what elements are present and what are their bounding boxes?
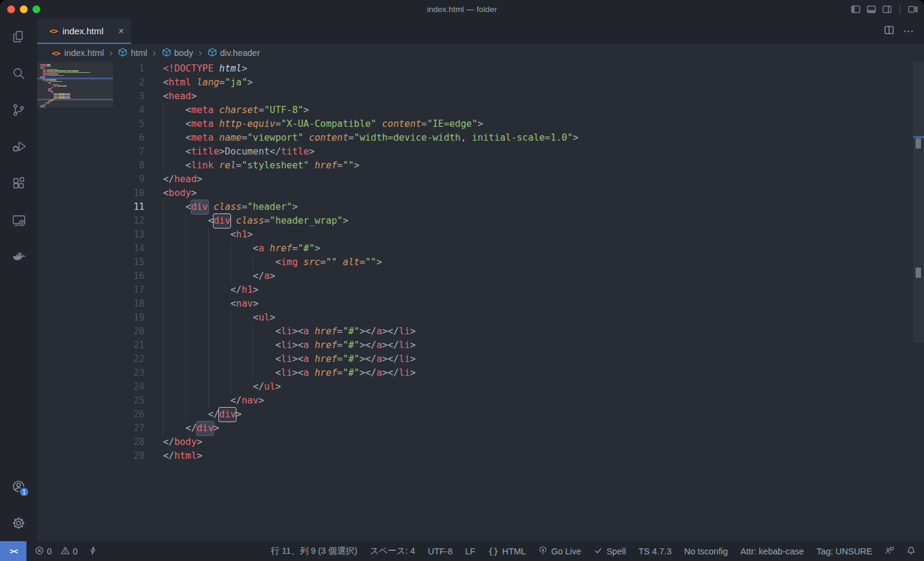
token: </ <box>230 283 242 297</box>
token: > <box>191 90 197 103</box>
indent-guide <box>163 352 276 366</box>
code-line-1[interactable]: 1<!DOCTYPE html> <box>113 62 924 76</box>
remote-explorer-icon[interactable] <box>0 201 37 238</box>
token: "" <box>343 159 354 173</box>
scrollbar[interactable] <box>913 62 924 343</box>
token: charset <box>219 103 258 117</box>
customize-layout-icon[interactable] <box>908 4 918 14</box>
status-tag-case[interactable]: Tag: UNSURE <box>816 547 872 556</box>
status-notifications[interactable] <box>907 546 916 557</box>
minimap-bar <box>55 85 57 87</box>
explorer-icon[interactable] <box>0 18 37 55</box>
token: h1 <box>242 283 253 297</box>
token: src <box>303 256 320 269</box>
minimap-bar <box>45 105 45 106</box>
status-tsconfig[interactable]: No tsconfig <box>684 547 728 556</box>
code-line-10[interactable]: 10<body> <box>113 186 924 200</box>
code-line-2[interactable]: 2<html lang="ja"> <box>113 76 924 90</box>
code-line-17[interactable]: 17</h1> <box>113 283 924 297</box>
zoom-window-button[interactable] <box>32 5 40 13</box>
toggle-panel-icon[interactable] <box>866 4 876 14</box>
token: < <box>185 117 191 131</box>
token: > <box>410 366 416 380</box>
more-actions-icon[interactable]: ⋯ <box>903 25 914 38</box>
code-line-6[interactable]: 6<meta name="viewport" content="width=de… <box>113 131 924 145</box>
minimize-window-button[interactable] <box>20 5 28 13</box>
code-area[interactable]: 1<!DOCTYPE html>2<html lang="ja">3<head>… <box>113 62 924 541</box>
code-line-24[interactable]: 24</ul> <box>113 380 924 394</box>
close-window-button[interactable] <box>7 5 15 13</box>
accounts-icon[interactable]: 1 <box>0 468 37 504</box>
search-icon[interactable] <box>0 55 37 91</box>
code-line-7[interactable]: 7<title>Document</title> <box>113 145 924 159</box>
token: = <box>337 159 342 173</box>
status-encoding[interactable]: UTF-8 <box>428 547 452 556</box>
token: http-equiv <box>219 117 275 131</box>
code-line-20[interactable]: 20<li><a href="#"></a></li> <box>113 325 924 339</box>
editor[interactable]: 1<!DOCTYPE html>2<html lang="ja">3<head>… <box>37 62 924 541</box>
status-attr-case[interactable]: Attr: kebab-case <box>741 547 804 556</box>
code-line-26[interactable]: 26</div> <box>113 408 924 422</box>
code-line-25[interactable]: 25</nav> <box>113 394 924 408</box>
status-ts-version[interactable]: TS 4.7.3 <box>638 547 671 556</box>
breadcrumb-file[interactable]: index.html <box>64 48 104 58</box>
status-eol[interactable]: LF <box>465 547 475 556</box>
code-line-14[interactable]: 14<a href="#"> <box>113 242 924 256</box>
status-language-mode[interactable]: {}HTML <box>488 547 526 556</box>
code-line-18[interactable]: 18<nav> <box>113 297 924 311</box>
code-line-3[interactable]: 3<head> <box>113 90 924 103</box>
warning-count: 0 <box>73 547 78 556</box>
code-line-5[interactable]: 5<meta http-equiv="X-UA-Compatible" cont… <box>113 117 924 131</box>
split-editor-icon[interactable] <box>884 25 895 38</box>
minimap-bar <box>41 66 43 67</box>
code-line-21[interactable]: 21<li><a href="#"></a></li> <box>113 339 924 352</box>
status-spell-check[interactable]: Spell <box>594 546 626 557</box>
code-line-15[interactable]: 15<img src="" alt=""> <box>113 256 924 269</box>
token: >< <box>292 366 304 380</box>
toggle-primary-sidebar-icon[interactable] <box>851 4 861 14</box>
tab-index-html[interactable]: <> index.html × <box>37 18 131 44</box>
status-indentation[interactable]: スペース: 4 <box>370 545 415 557</box>
docker-icon[interactable] <box>0 238 37 275</box>
run-debug-icon[interactable] <box>0 128 37 165</box>
remote-indicator[interactable]: >< <box>0 541 26 561</box>
settings-gear-icon[interactable] <box>0 504 37 541</box>
breadcrumb-item-html[interactable]: html <box>118 48 147 59</box>
indent-guide <box>163 103 185 117</box>
token: rel <box>219 159 236 173</box>
token: </ <box>230 394 242 408</box>
bolt-icon[interactable] <box>88 546 97 557</box>
token: = <box>292 242 298 256</box>
code-line-19[interactable]: 19<ul> <box>113 311 924 325</box>
breadcrumb-item-div.header[interactable]: div.header <box>208 48 260 59</box>
token: > <box>253 297 258 311</box>
code-line-4[interactable]: 4<meta charset="UTF-8"> <box>113 103 924 117</box>
code-line-28[interactable]: 28</body> <box>113 435 924 449</box>
code-line-22[interactable]: 22<li><a href="#"></a></li> <box>113 352 924 366</box>
code-line-12[interactable]: 12<div class="header_wrap"> <box>113 214 924 228</box>
source-control-icon[interactable] <box>0 91 37 128</box>
code-line-9[interactable]: 9</head> <box>113 173 924 186</box>
status-go-live[interactable]: Go Live <box>538 546 581 557</box>
status-cursor-position[interactable]: 行 11、列 9 (3 個選択) <box>271 545 357 557</box>
close-tab-icon[interactable]: × <box>119 26 124 37</box>
code-line-13[interactable]: 13<h1> <box>113 228 924 242</box>
token: a <box>303 366 309 380</box>
overview-selection-marker <box>916 138 921 149</box>
code-line-8[interactable]: 8<link rel="stylesheet" href=""> <box>113 159 924 173</box>
toggle-secondary-sidebar-icon[interactable] <box>882 4 892 14</box>
token: < <box>208 214 214 228</box>
code-line-11[interactable]: 11<div class="header"> <box>113 200 924 214</box>
minimap[interactable] <box>37 62 113 541</box>
code-line-27[interactable]: 27</div> <box>113 422 924 435</box>
code-line-23[interactable]: 23<li><a href="#"></a></li> <box>113 366 924 380</box>
breadcrumb-item-body[interactable]: body <box>162 48 193 59</box>
token: > <box>247 76 253 90</box>
token: = <box>242 131 247 145</box>
token <box>377 117 382 131</box>
code-line-16[interactable]: 16</a> <box>113 269 924 283</box>
extensions-icon[interactable] <box>0 165 37 201</box>
problems-status[interactable]: 0 0 <box>35 546 78 557</box>
code-line-29[interactable]: 29</html> <box>113 449 924 463</box>
status-feedback[interactable] <box>885 546 894 557</box>
